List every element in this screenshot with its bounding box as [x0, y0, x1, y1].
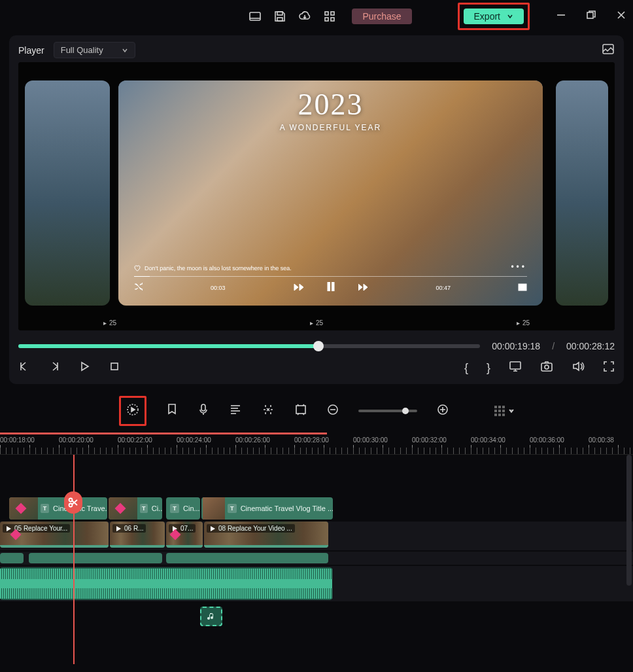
svg-rect-13	[328, 282, 330, 291]
title-clip[interactable]: TCinematic Travel Vlog Title ...	[201, 497, 333, 520]
stop-button[interactable]	[109, 361, 120, 375]
timeline-ruler[interactable]: 00:00:18:0000:00:20:0000:00:22:0000:00:2…	[0, 433, 633, 455]
step-forward-button[interactable]	[48, 361, 60, 375]
export-button[interactable]: Export	[464, 9, 524, 24]
minimize-button[interactable]	[556, 10, 566, 23]
overlay-time-left: 00:03	[211, 285, 226, 291]
svg-rect-0	[250, 12, 260, 20]
auto-ripple-button[interactable]	[262, 403, 275, 419]
current-time: 00:00:19:18	[492, 341, 540, 351]
svg-rect-2	[277, 12, 282, 15]
svg-rect-15	[519, 284, 526, 291]
svg-rect-3	[277, 18, 282, 21]
frame-rate-label: ▸ 25	[517, 319, 530, 327]
ruler-timestamp: 00:00:32:00	[412, 436, 471, 444]
overlay-player-controls: 00:03 00:47	[134, 282, 527, 294]
title-clip[interactable]: TCinematic Trave...	[9, 497, 107, 520]
forward-icon	[358, 282, 369, 294]
svg-rect-18	[541, 363, 552, 371]
ruler-timestamp: 00:00:30:00	[353, 436, 412, 444]
svg-rect-21	[201, 404, 205, 411]
split-marker[interactable]	[64, 491, 82, 514]
display-settings-icon[interactable]	[509, 361, 522, 375]
preview-image-icon[interactable]	[602, 43, 615, 58]
svg-point-19	[545, 365, 549, 369]
effect-clip[interactable]	[166, 553, 328, 563]
pause-icon	[327, 282, 335, 294]
maximize-button[interactable]	[586, 10, 596, 23]
player-panel: Player Full Quality 2023 A WONDERFUL YEA…	[9, 35, 624, 384]
close-button[interactable]	[616, 10, 626, 23]
mark-in-button[interactable]: {	[464, 361, 468, 375]
toolbar-icons: Purchase	[248, 9, 411, 24]
video-clip[interactable]: 07...	[166, 522, 203, 548]
purchase-button[interactable]: Purchase	[352, 9, 411, 24]
zoom-in-button[interactable]	[437, 404, 449, 418]
apps-icon[interactable]	[323, 10, 336, 23]
export-highlight: Export	[458, 3, 530, 30]
render-preview-highlight	[119, 396, 146, 426]
ruler-timestamp: 00:00:20:00	[59, 436, 118, 444]
title-track: TCinematic Trave...TCi...TCin...TCinemat…	[0, 495, 633, 522]
ruler-timestamp: 00:00:22:00	[118, 436, 177, 444]
cloud-icon[interactable]	[298, 10, 311, 23]
effects-track	[0, 552, 633, 565]
video-clip[interactable]: 06 R...	[110, 522, 165, 548]
zoom-out-button[interactable]	[327, 404, 339, 418]
voiceover-button[interactable]	[197, 403, 209, 419]
time-separator: /	[552, 341, 555, 351]
title-clip[interactable]: TCin...	[166, 497, 200, 520]
music-clip[interactable]	[200, 607, 222, 626]
fullscreen-overlay-icon	[518, 282, 527, 294]
video-clip[interactable]: 05 Replace Your...	[0, 522, 109, 548]
fullscreen-icon[interactable]	[603, 361, 615, 375]
svg-rect-4	[325, 12, 328, 15]
ruler-timestamp: 00:00:28:00	[294, 436, 353, 444]
video-clip[interactable]: 08 Replace Your Video ...	[204, 522, 328, 548]
window-controls	[556, 10, 626, 23]
player-label: Player	[18, 45, 44, 56]
crop-button[interactable]	[294, 404, 307, 418]
track-view-dropdown[interactable]	[494, 406, 514, 416]
zoom-slider[interactable]	[358, 410, 417, 412]
rewind-icon	[293, 282, 303, 294]
quality-dropdown[interactable]: Full Quality	[54, 42, 135, 58]
audio-mixer-button[interactable]	[229, 404, 242, 418]
effect-clip[interactable]	[29, 553, 162, 563]
audio-clip[interactable]	[0, 567, 332, 600]
svg-rect-9	[587, 12, 593, 18]
volume-icon[interactable]	[572, 361, 585, 375]
scrub-handle[interactable]	[313, 341, 324, 351]
svg-rect-14	[332, 282, 334, 291]
playhead[interactable]	[73, 455, 75, 664]
audio-track	[0, 566, 633, 601]
total-time: 00:00:28:12	[566, 341, 615, 351]
music-track	[0, 604, 633, 630]
svg-rect-17	[510, 362, 521, 369]
step-back-button[interactable]	[18, 361, 30, 375]
snapshot-icon[interactable]	[540, 361, 553, 375]
svg-rect-6	[325, 18, 328, 21]
vertical-scrollbar[interactable]	[626, 455, 632, 586]
player-header: Player Full Quality	[18, 42, 615, 58]
top-toolbar: Purchase Export	[0, 0, 633, 33]
svg-rect-7	[331, 18, 334, 21]
play-button[interactable]	[78, 361, 90, 375]
svg-rect-26	[296, 406, 305, 414]
save-icon[interactable]	[273, 10, 286, 23]
marker-button[interactable]	[166, 403, 178, 419]
playback-scrubber[interactable]: 00:00:19:18 / 00:00:28:12	[18, 341, 615, 351]
ruler-timestamp: 00:00:18:00	[0, 436, 59, 444]
mark-out-button[interactable]: }	[487, 361, 490, 375]
ruler-timestamp: 00:00:38	[589, 436, 633, 444]
timeline-toolbar	[0, 387, 633, 433]
timeline-tracks: TCinematic Trave...TCi...TCin...TCinemat…	[0, 455, 633, 664]
ruler-timestamp: 00:00:24:00	[177, 436, 235, 444]
title-clip[interactable]: TCi...	[109, 497, 162, 520]
ruler-timestamp: 00:00:36:00	[530, 436, 589, 444]
render-preview-button[interactable]	[126, 403, 139, 419]
overlay-title: 2023 A WONDERFUL YEAR	[280, 87, 381, 132]
effect-clip[interactable]	[0, 553, 24, 563]
shuffle-icon	[134, 282, 143, 294]
layout-icon[interactable]	[248, 10, 262, 23]
